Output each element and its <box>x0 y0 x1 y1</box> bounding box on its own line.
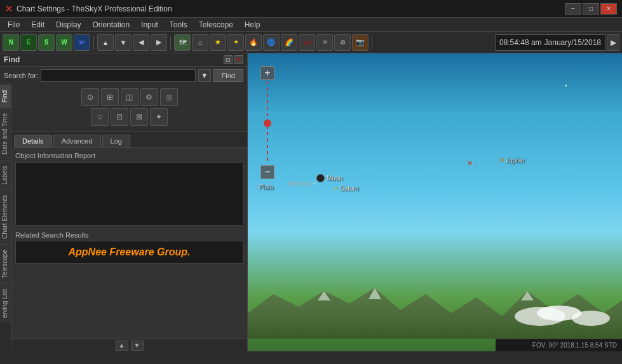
find-controls-row: Search for: ▼ Find <box>0 67 247 84</box>
toolbar-expand-arrow[interactable]: ▶ <box>607 34 619 51</box>
tab-advanced[interactable]: Advanced <box>53 135 101 147</box>
mercury-cross: ✛ <box>312 181 316 187</box>
close-button[interactable]: ✕ <box>600 3 617 15</box>
grid-icon-1[interactable]: ⊙ <box>81 88 99 106</box>
grid-icon-6[interactable]: ☆ <box>91 108 109 126</box>
mars-planet: ✕ · <box>467 159 476 168</box>
mercury-label: Mercury <box>288 180 311 187</box>
toolbar-sparkle-icon[interactable]: ✦ <box>227 34 244 51</box>
grid-icon-5[interactable]: ◎ <box>160 88 178 106</box>
side-container: Find Date and Time Labels Chart Elements… <box>0 84 247 351</box>
toolbar-icon-s[interactable]: S <box>38 34 55 51</box>
appnee-banner: AppNee Freeware Group. <box>15 241 243 264</box>
menu-input[interactable]: Input <box>136 19 163 30</box>
status-bar: FOV: 90° 2018.1.15 8:54 STD <box>496 339 622 351</box>
toolbar-separator-2 <box>170 36 171 50</box>
fov-text: FOV: 90° 2018.1.15 8:54 STD <box>532 342 617 349</box>
grid-icon-3[interactable]: ◫ <box>121 88 139 106</box>
toolbar-crosshair-icon[interactable]: ⊕ <box>334 34 351 51</box>
zoom-in-button[interactable]: + <box>260 66 274 80</box>
toolbar-chart-icon[interactable]: 🗺 <box>174 34 191 51</box>
grid-icon-8[interactable]: ⊠ <box>130 108 148 126</box>
pluto-label: Pluto <box>259 184 274 191</box>
jupiter-cross: ✕ <box>499 156 504 165</box>
menu-edit[interactable]: Edit <box>26 19 50 30</box>
object-info-title: Object Information Report <box>15 152 243 159</box>
menu-help[interactable]: Help <box>240 19 266 30</box>
toolbar-galaxy-icon[interactable]: 🌀 <box>263 34 280 51</box>
find-button[interactable]: Find <box>213 69 243 82</box>
menu-tools[interactable]: Tools <box>165 19 193 30</box>
search-input[interactable] <box>41 69 196 82</box>
toolbar-arrow-up[interactable]: ▲ <box>97 34 114 51</box>
find-close-icon[interactable]: ✕ <box>234 55 243 64</box>
toolbar-icon-ip[interactable]: IP <box>74 34 90 51</box>
moon-label: Moon <box>327 175 342 182</box>
toolbar-arrow-down[interactable]: ▼ <box>115 34 132 51</box>
toolbar-dome-icon[interactable]: ⌂ <box>192 34 208 51</box>
search-label: Search for: <box>4 72 38 79</box>
related-title: Related Search Results <box>15 231 243 239</box>
find-restore-icon[interactable]: ⊡ <box>224 55 233 64</box>
search-dropdown[interactable]: ▼ <box>198 69 211 82</box>
grid-icon-4[interactable]: ⚙ <box>140 88 158 106</box>
jupiter-label: Jupiter <box>506 157 525 164</box>
grid-icon-7[interactable]: ⊡ <box>111 108 128 126</box>
toolbar-icon-w[interactable]: W <box>56 34 72 51</box>
sky-view: + − Moon ✦ Saturn Mercury ✛ · <box>248 53 622 351</box>
appnee-text: AppNee Freeware Group. <box>68 246 190 257</box>
maximize-button[interactable]: □ <box>583 3 599 15</box>
app-icon: ✕ <box>5 4 13 14</box>
toolbar-arrow-right[interactable]: ▶ <box>151 34 167 51</box>
side-tab-list[interactable]: erving List <box>0 283 11 323</box>
toolbar-tag-icon[interactable]: 🏷 <box>299 34 315 51</box>
grid-icon-9[interactable]: ✦ <box>150 108 168 126</box>
minimize-button[interactable]: − <box>565 3 581 15</box>
toolbar-rainbow-icon[interactable]: 🌈 <box>281 34 297 51</box>
side-tab-chart[interactable]: Chart Elements <box>0 189 11 244</box>
find-header: Find ⊡ ✕ <box>0 53 247 67</box>
tab-bar: Details Advanced Log <box>11 132 247 148</box>
toolbar-arrow-left[interactable]: ◀ <box>133 34 149 51</box>
tab-log[interactable]: Log <box>102 135 130 147</box>
bottom-arrows: ▲ ▼ <box>11 339 247 351</box>
menu-orientation[interactable]: Orientation <box>87 19 135 30</box>
saturn-cross: ✦ <box>334 185 339 192</box>
object-info-textarea[interactable] <box>15 162 243 226</box>
scroll-down-btn[interactable]: ▼ <box>131 340 144 351</box>
jupiter-planet: ✕ Jupiter <box>499 156 525 165</box>
toolbar-camera-icon[interactable]: 📷 <box>352 34 368 51</box>
toolbar-icon-n[interactable]: N <box>3 34 19 51</box>
toolbar-icon-e[interactable]: E <box>20 34 37 51</box>
toolbar-asterisk-icon[interactable]: ✳ <box>316 34 333 51</box>
toolbar-separator-1 <box>93 36 94 50</box>
menu-file[interactable]: File <box>3 19 25 30</box>
menu-display[interactable]: Display <box>51 19 86 30</box>
side-tab-labels[interactable]: Labels <box>0 160 11 189</box>
toolbar-date: January/15/2018 <box>544 38 601 47</box>
mercury-planet: Mercury ✛ <box>288 180 316 187</box>
grid-icon-2[interactable]: ⊞ <box>101 88 119 106</box>
toolbar: N E S W IP ▲ ▼ ◀ ▶ 🗺 ⌂ ★ ✦ 🔥 🌀 🌈 🏷 ✳ ⊕ 📷… <box>0 32 622 53</box>
zoom-handle[interactable] <box>264 119 271 127</box>
mountains-svg <box>248 281 622 339</box>
side-tab-find[interactable]: Find <box>0 84 11 107</box>
saturn-planet: ✦ Saturn <box>334 185 358 192</box>
pluto-dot: · <box>256 184 258 191</box>
side-tab-telescope[interactable]: Telescope <box>0 244 11 283</box>
moon-dot <box>316 174 325 182</box>
icon-grid: ⊙ ⊞ ◫ ⚙ ◎ ☆ ⊡ ⊠ ✦ <box>11 84 247 132</box>
left-panel: Find ⊡ ✕ Search for: ▼ Find Find Date an… <box>0 53 248 351</box>
menu-telescope[interactable]: Telescope <box>194 19 238 30</box>
zoom-control: + − <box>260 66 274 179</box>
tab-details[interactable]: Details <box>14 135 52 147</box>
toolbar-flame-icon[interactable]: 🔥 <box>245 34 262 51</box>
svg-point-6 <box>572 311 610 326</box>
find-title: Find <box>4 55 20 64</box>
zoom-out-button[interactable]: − <box>260 165 274 179</box>
icon-row-2: ☆ ⊡ ⊠ ✦ <box>15 108 243 126</box>
scroll-up-btn[interactable]: ▲ <box>116 340 128 351</box>
tab-content-details: Object Information Report Related Search… <box>11 148 247 339</box>
side-tab-datetime[interactable]: Date and Time <box>0 107 11 159</box>
toolbar-star-icon[interactable]: ★ <box>210 34 226 51</box>
